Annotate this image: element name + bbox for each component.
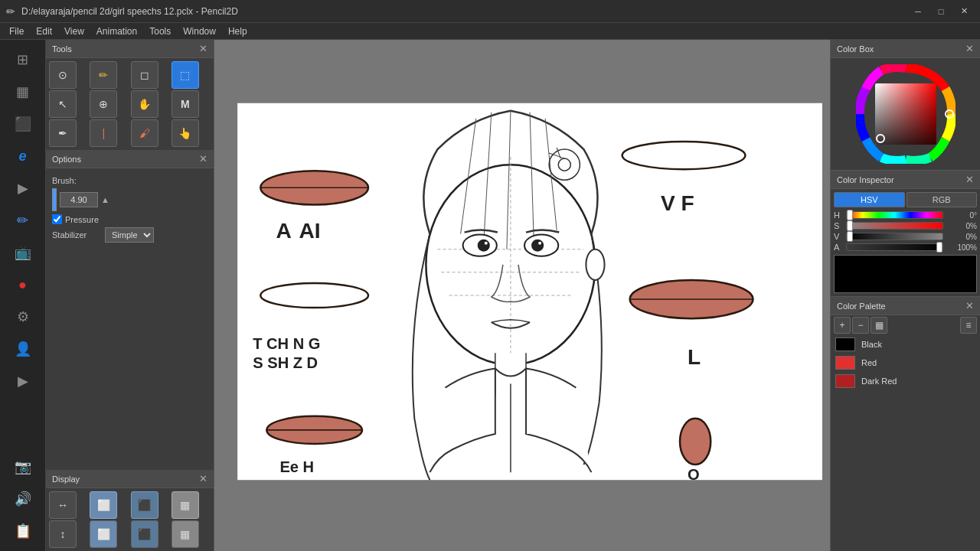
val-track[interactable] [846, 233, 943, 240]
brush-size-input[interactable] [60, 192, 98, 207]
options-content: Brush: ▲ Pressure Stabilizer None Simple… [46, 168, 214, 250]
color-box-header: Color Box ✕ [831, 40, 980, 58]
display-view4-button[interactable]: ⬜ [90, 520, 117, 548]
tab-hsv[interactable]: HSV [834, 192, 905, 207]
color-wheel-container [831, 58, 980, 170]
menu-file[interactable]: File [3, 24, 30, 38]
tab-rgb[interactable]: RGB [906, 192, 978, 207]
spin-up-icon[interactable]: ▲ [101, 195, 109, 204]
palette-options-button[interactable]: ▦ [871, 317, 887, 334]
move-tool[interactable]: ↖ [49, 90, 77, 118]
svg-point-5 [260, 283, 368, 308]
menu-bar: File Edit View Animation Tools Window He… [0, 23, 980, 40]
smudge-tool[interactable]: M [172, 90, 199, 118]
val-slider-row: V 0% [834, 232, 977, 241]
pencil2d-icon[interactable]: ✏ [9, 207, 37, 234]
tools-close-button[interactable]: ✕ [199, 43, 207, 54]
alpha-track[interactable] [846, 243, 943, 251]
menu-help[interactable]: Help [222, 24, 253, 38]
layers-icon[interactable]: ⬛ [9, 110, 37, 138]
red-label: Red [861, 358, 877, 367]
canvas-area[interactable]: A AI T CH N G S SH Z D Ee H V F [214, 40, 830, 551]
flip-horizontal-button[interactable]: ↔ [49, 491, 77, 519]
color-pen-tool[interactable]: | [90, 119, 117, 147]
palette-dark-red[interactable]: Dark Red [831, 372, 980, 390]
display-view5-button[interactable]: ⬛ [131, 520, 158, 548]
color-box-title: Color Box [837, 44, 874, 54]
brush-tool[interactable]: 🖌 [131, 119, 158, 147]
media-icon[interactable]: ▶ [9, 174, 37, 202]
display-view6-button[interactable]: ▦ [172, 520, 199, 548]
maximize-button[interactable]: □ [931, 4, 951, 19]
eraser-tool[interactable]: ◻ [131, 61, 158, 89]
expand-icon[interactable]: ▶ [9, 367, 37, 395]
color-preview [834, 255, 977, 293]
flip-vertical-button[interactable]: ↕ [49, 520, 77, 548]
svg-point-11 [622, 142, 746, 169]
alpha-value: 100% [946, 243, 977, 252]
window-title: D:/elayaraja/pencil 2d/girl speechs 12.p… [21, 6, 908, 17]
title-bar: ✏ D:/elayaraja/pencil 2d/girl speechs 12… [0, 0, 980, 23]
hand-tool[interactable]: ✋ [131, 90, 158, 118]
pressure-checkbox[interactable] [52, 214, 62, 224]
val-value: 0% [946, 233, 977, 241]
add-color-button[interactable]: + [834, 317, 851, 334]
display-close-button[interactable]: ✕ [199, 473, 207, 484]
menu-animation[interactable]: Animation [90, 24, 143, 38]
black-label: Black [861, 340, 882, 349]
close-button[interactable]: ✕ [954, 4, 974, 19]
eyedropper-tool[interactable]: ⊕ [90, 90, 117, 118]
color-inspector-close-button[interactable]: ✕ [965, 174, 974, 185]
menu-window[interactable]: Window [177, 24, 222, 38]
windows-icon[interactable]: ⊞ [9, 46, 37, 73]
palette-black[interactable]: Black [831, 335, 980, 354]
display-view1-button[interactable]: ⬜ [90, 491, 117, 519]
red-circle-icon[interactable]: ● [9, 271, 37, 298]
stabilizer-select[interactable]: None Simple Strong [105, 227, 154, 243]
color-inspector-title: Color Inspector [837, 175, 894, 184]
pencil-tool[interactable]: ✏ [90, 61, 117, 89]
color-palette-close-button[interactable]: ✕ [965, 300, 974, 311]
color-box-close-button[interactable]: ✕ [965, 43, 974, 54]
remove-color-button[interactable]: − [852, 317, 869, 334]
red-swatch [835, 356, 855, 370]
dark-red-label: Dark Red [861, 377, 897, 386]
svg-text:V  F: V F [661, 191, 694, 215]
menu-view[interactable]: View [58, 24, 90, 38]
display-title: Display [52, 474, 80, 484]
clipboard-icon[interactable]: 📋 [9, 517, 37, 545]
svg-point-30 [485, 242, 488, 245]
canvas-svg: A AI T CH N G S SH Z D Ee H V F [214, 40, 830, 551]
palette-list: Black Red Dark Red [831, 335, 980, 390]
display-view3-button[interactable]: ▦ [172, 491, 199, 519]
person-icon[interactable]: 👤 [9, 335, 37, 363]
grid-icon[interactable]: ▦ [9, 78, 37, 106]
minimize-button[interactable]: ─ [908, 4, 928, 19]
palette-red[interactable]: Red [831, 354, 980, 372]
select-tool[interactable]: ⊙ [49, 61, 77, 89]
speaker-icon[interactable]: 🔊 [9, 485, 37, 513]
options-close-button[interactable]: ✕ [199, 153, 207, 165]
menu-tools[interactable]: Tools [143, 24, 177, 38]
sat-track[interactable] [846, 222, 943, 230]
alpha-label: A [834, 243, 843, 252]
hue-track[interactable] [846, 211, 943, 219]
val-label: V [834, 232, 843, 241]
sat-label: S [834, 221, 843, 230]
palette-toolbar: + − ▦ ≡ [831, 315, 980, 335]
pen-tool[interactable]: ✒ [49, 119, 77, 147]
color-wheel-svg[interactable] [856, 64, 956, 164]
stabilizer-label: Stabilizer [52, 230, 102, 240]
palette-menu-button[interactable]: ≡ [960, 317, 977, 334]
pressure-label: Pressure [65, 215, 99, 224]
menu-edit[interactable]: Edit [30, 24, 58, 38]
selection-tool[interactable]: ⬚ [172, 61, 199, 89]
camera-icon[interactable]: 📷 [9, 453, 37, 481]
hue-label: H [834, 210, 843, 220]
tv-icon[interactable]: 📺 [9, 239, 37, 266]
color-mode-tabs: HSV RGB [834, 192, 977, 207]
display-view2-button[interactable]: ⬛ [131, 491, 158, 519]
fill-tool[interactable]: 👆 [172, 119, 199, 147]
settings-icon[interactable]: ⚙ [9, 303, 37, 331]
ie-icon[interactable]: e [9, 142, 37, 170]
